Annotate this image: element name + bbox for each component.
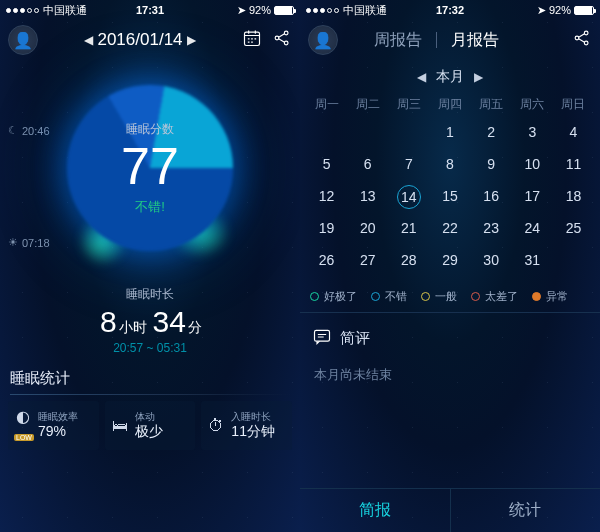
calendar-day[interactable]: 6 [347,153,388,175]
next-day-button[interactable]: ▶ [187,33,196,47]
calendar-day[interactable]: 28 [388,249,429,271]
calendar-day[interactable]: 13 [347,185,388,207]
svg-point-1 [275,36,279,40]
avatar[interactable]: 👤 [308,25,338,55]
calendar-day[interactable]: 18 [553,185,594,207]
calendar-day[interactable]: 31 [512,249,553,271]
legend: 好极了不错一般太差了异常 [300,279,600,312]
location-icon: ➤ [537,4,546,17]
moon-icon: ☾ [8,124,18,137]
status-time: 17:31 [136,4,164,16]
calendar-day[interactable]: 4 [553,121,594,143]
calendar-day[interactable]: 7 [388,153,429,175]
bottom-tabs: 简报 统计 [300,488,600,532]
gauge-icon: ◐LOW [14,407,32,444]
month-label: 本月 [436,68,464,86]
location-icon: ➤ [237,4,246,17]
stat-efficiency[interactable]: ◐LOW 睡眠效率79% [8,401,99,450]
calendar-day[interactable]: 23 [471,217,512,239]
duration-range: 20:57 ~ 05:31 [0,341,300,355]
battery-icon [574,6,594,15]
current-date[interactable]: 2016/01/14 [97,30,182,50]
calendar-day[interactable]: 5 [306,153,347,175]
weekday-label: 周三 [388,96,429,113]
prev-day-button[interactable]: ◀ [84,33,93,47]
calendar-day[interactable]: 10 [512,153,553,175]
legend-item: 异常 [532,289,568,304]
calendar-day[interactable]: 8 [429,153,470,175]
calendar-day[interactable]: 27 [347,249,388,271]
share-icon[interactable] [572,28,592,52]
weekday-label: 周日 [553,96,594,113]
carrier-label: 中国联通 [43,3,87,18]
weekday-label: 周五 [471,96,512,113]
calendar-day[interactable]: 30 [471,249,512,271]
svg-point-3 [284,41,288,45]
calendar-day[interactable]: 3 [512,121,553,143]
weekday-label: 周四 [429,96,470,113]
duration-label: 睡眠时长 [0,286,300,303]
header: 👤 周报告 月报告 [300,20,600,60]
calendar-day[interactable]: 19 [306,217,347,239]
calendar-day[interactable]: 14 [388,185,429,207]
signal-dots-icon [6,8,39,13]
calendar-day[interactable]: 21 [388,217,429,239]
calendar-day[interactable]: 2 [471,121,512,143]
svg-point-4 [575,36,579,40]
calendar-day[interactable]: 15 [429,185,470,207]
tab-brief[interactable]: 简报 [300,489,451,532]
score-note: 不错! [135,198,165,216]
legend-item: 好极了 [310,289,357,304]
svg-rect-7 [315,330,330,341]
left-pane: 中国联通 17:31 ➤ 92% 👤 ◀ 2016/01/14 ▶ ☾ 20:4… [0,0,300,532]
prev-month-button[interactable]: ◀ [417,70,426,84]
month-nav: ◀ 本月 ▶ [300,68,600,86]
stat-fall-asleep[interactable]: ⏱ 入睡时长11分钟 [201,401,292,450]
duration-hours: 8 [100,305,117,338]
calendar-day[interactable]: 26 [306,249,347,271]
clock-icon: ⏱ [207,417,225,435]
weekday-label: 周二 [347,96,388,113]
signal-dots-icon [306,8,339,13]
battery-pct: 92% [249,4,271,16]
header: 👤 ◀ 2016/01/14 ▶ [0,20,300,60]
tab-week[interactable]: 周报告 [374,30,422,51]
calendar-day[interactable]: 29 [429,249,470,271]
calendar-day[interactable]: 9 [471,153,512,175]
duration-mins: 34 [153,305,186,338]
legend-item: 太差了 [471,289,518,304]
right-pane: 中国联通 17:32 ➤ 92% 👤 周报告 月报告 ◀ 本月 ▶ 周一周二周三… [300,0,600,532]
calendar-day[interactable]: 24 [512,217,553,239]
sleep-time-label: ☾ 20:46 [8,124,50,137]
calendar-icon[interactable] [242,28,262,52]
svg-point-2 [284,31,288,35]
calendar-day[interactable]: 1 [429,121,470,143]
review-title: 简评 [340,329,370,348]
tab-month[interactable]: 月报告 [451,30,499,51]
calendar-grid: 1234567891011121314151617181920212223242… [300,119,600,279]
calendar-day[interactable]: 16 [471,185,512,207]
calendar-day[interactable]: 11 [553,153,594,175]
tab-stats[interactable]: 统计 [451,489,601,532]
score-value: 77 [121,140,179,192]
calendar-day[interactable]: 25 [553,217,594,239]
stat-movement[interactable]: 🛏 体动极少 [105,401,196,450]
battery-icon [274,6,294,15]
calendar-day[interactable]: 22 [429,217,470,239]
review-section: 简评 [300,312,600,356]
share-icon[interactable] [272,28,292,52]
calendar-day[interactable]: 17 [512,185,553,207]
svg-point-6 [584,41,588,45]
calendar-day[interactable]: 12 [306,185,347,207]
svg-point-5 [584,31,588,35]
comment-icon [312,327,332,350]
avatar[interactable]: 👤 [8,25,38,55]
stat-row: ◐LOW 睡眠效率79% 🛏 体动极少 ⏱ 入睡时长11分钟 [0,401,300,450]
bed-icon: 🛏 [111,417,129,435]
sleep-duration: 睡眠时长 8小时 34分 20:57 ~ 05:31 [0,286,300,355]
score-label: 睡眠分数 [126,121,174,138]
review-placeholder: 本月尚未结束 [300,356,600,400]
weekday-header: 周一周二周三周四周五周六周日 [300,86,600,119]
calendar-day[interactable]: 20 [347,217,388,239]
next-month-button[interactable]: ▶ [474,70,483,84]
